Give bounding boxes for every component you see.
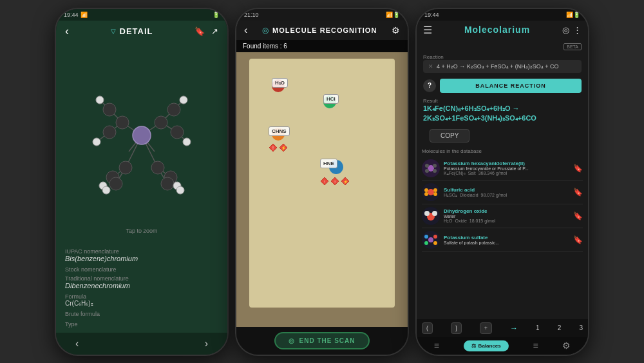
iupac-label: IUPAC nomenclature <box>65 248 218 255</box>
svg-point-54 <box>428 189 434 195</box>
svg-point-27 <box>183 138 191 146</box>
nav-settings-btn[interactable]: ⚙ <box>562 340 571 351</box>
svg-point-19 <box>155 116 167 129</box>
molecule-item-3[interactable]: Potassium sulfate Sulfate of potash pota… <box>422 228 583 252</box>
svg-point-38 <box>176 186 184 194</box>
nav-menu-btn[interactable]: ≡ <box>434 340 439 351</box>
bookmark-2[interactable]: 🔖 <box>573 211 583 221</box>
mol-name-primary-1: Sulfuric acid <box>444 187 569 193</box>
mol-type-2: Oxide <box>455 219 467 224</box>
svg-point-64 <box>433 235 437 239</box>
molecule-item-1[interactable]: Sulfuric acid H₂SO₄ Dioxiacid 98.072 g/m… <box>422 181 583 204</box>
end-scan-label: END THE SCAN <box>299 337 355 344</box>
molecule-item-0[interactable]: Potassium hexacyanidoferrate(II) Potassi… <box>422 157 583 181</box>
balance-row: ? BALANCE REACTION <box>417 76 588 95</box>
share-btn[interactable]: ↗ <box>211 26 218 36</box>
right-menu-icon[interactable]: ☰ <box>423 24 432 36</box>
balance-reaction-btn[interactable]: BALANCE REACTION <box>440 79 582 93</box>
bookmark-1[interactable]: 🔖 <box>573 188 583 197</box>
svg-point-34 <box>161 177 174 190</box>
svg-point-23 <box>171 126 184 139</box>
mol-name-secondary-0: Potassium ferrocyanide or Prussiate of P… <box>444 166 569 171</box>
mol-svg-0 <box>423 161 439 176</box>
svg-point-66 <box>433 241 437 245</box>
mol-weight-1: 98.072 g/mol <box>481 193 507 198</box>
mol-name-secondary-2: Water <box>444 214 569 219</box>
svg-point-50 <box>425 164 429 168</box>
left-bottom-nav: ‹ › <box>56 333 227 355</box>
center-icons: 📶🔋 <box>386 12 400 18</box>
svg-point-57 <box>424 192 428 196</box>
balance-nav-label: Balances <box>478 343 501 349</box>
hazard-3: ! <box>320 177 329 186</box>
reaction-input[interactable]: ✕ 4 + H₂O → K₂SO₄ + FeSO₄ + (NH₄)₂SO₄ + … <box>423 60 582 73</box>
mol-info-3: Potassium sulfate Sulfate of potash pota… <box>444 235 569 245</box>
paren-btn[interactable]: ( <box>422 322 433 334</box>
end-scan-btn[interactable]: ◎ END THE SCAN <box>274 332 369 349</box>
copy-btn[interactable]: COPY <box>430 129 469 142</box>
left-status-bar: 19:44 📶 🔋 <box>56 9 227 21</box>
molecule-3d-view[interactable]: Tap to zoom <box>56 42 227 239</box>
num1-btn[interactable]: 1 <box>536 324 540 331</box>
reaction-x-icon[interactable]: ✕ <box>428 63 433 70</box>
right-top-bar: ☰ Molecolarium ◎ ⋮ <box>417 21 588 39</box>
reaction-text: 4 + H₂O → K₂SO₄ + FeSO₄ + (NH₄)₂SO₄ + CO <box>437 63 559 70</box>
center-screen: 21:10 📶🔋 ‹ ◎ MOLECULE RECOGNITION ⚙ Foun… <box>236 9 408 355</box>
arrow-btn[interactable]: → <box>510 324 518 333</box>
bracket-btn[interactable]: ] <box>451 322 462 334</box>
help-btn[interactable]: ? <box>423 79 436 92</box>
center-back-btn[interactable]: ‹ <box>244 25 247 36</box>
mol-weight-2: 18.015 g/mol <box>469 219 495 224</box>
svg-point-62 <box>428 237 433 242</box>
mol-name-secondary-3: Sulfate of potash potassic... <box>444 240 569 245</box>
hcl-label: HCl <box>323 94 339 104</box>
mol-img-1 <box>422 183 440 201</box>
left-nav-back[interactable]: ‹ <box>75 338 79 349</box>
mol-svg-2 <box>423 208 439 224</box>
left-battery: 🔋 <box>213 12 220 18</box>
traditional-label: Traditional nomenclature <box>65 275 218 282</box>
svg-point-56 <box>433 188 437 192</box>
nav-list-btn[interactable]: ≡ <box>533 340 538 351</box>
svg-point-36 <box>102 186 110 194</box>
svg-point-26 <box>180 96 187 104</box>
phone-right: 19:44 📶🔋 ☰ Molecolarium ◎ ⋮ BETA <box>415 8 589 356</box>
right-screen: 19:44 📶🔋 ☰ Molecolarium ◎ ⋮ BETA <box>417 9 588 355</box>
nav-balances-btn[interactable]: ⚖ Balances <box>464 340 509 351</box>
left-top-bar: ‹ ▽ DETAIL 🔖 ↗ <box>56 21 227 42</box>
copy-btn-container: COPY <box>417 126 588 146</box>
bottom-toolbar: ( ] + → 1 2 3 <box>417 319 588 337</box>
scan-button-container: ◎ END THE SCAN <box>236 327 408 355</box>
mol-meta-2: H₂O Oxide 18.015 g/mol <box>444 219 569 224</box>
beta-container: BETA <box>417 39 588 51</box>
result-label: Result <box>423 98 582 104</box>
molecule-item-2[interactable]: Dihydrogen oxide Water H₂O Oxide 18.015 … <box>422 204 583 228</box>
bookmark-0[interactable]: 🔖 <box>573 164 583 173</box>
num2-btn[interactable]: 2 <box>558 324 562 331</box>
phone-center: 21:10 📶🔋 ‹ ◎ MOLECULE RECOGNITION ⚙ Foun… <box>235 8 409 356</box>
center-time: 21:10 <box>244 12 259 18</box>
svg-point-21 <box>103 126 116 139</box>
left-nav-forward[interactable]: › <box>205 338 208 349</box>
right-icons: 📶🔋 <box>566 12 580 18</box>
molecule-svg <box>77 77 206 203</box>
bookmark-3[interactable]: 🔖 <box>573 235 583 244</box>
h2o-group: H₂O <box>272 78 285 93</box>
plus-btn[interactable]: + <box>480 322 492 334</box>
num3-btn[interactable]: 3 <box>579 324 583 331</box>
left-signal-icons: 📶 <box>80 12 88 18</box>
svg-point-60 <box>424 211 430 216</box>
left-back-btn[interactable]: ‹ <box>65 25 69 38</box>
svg-point-55 <box>424 188 428 192</box>
bookmark-btn[interactable]: 🔖 <box>194 26 205 36</box>
scan-icon-right[interactable]: ◎ <box>562 25 569 35</box>
svg-point-65 <box>424 241 428 245</box>
hnf-label: HNE <box>320 159 337 168</box>
center-top-bar: ‹ ◎ MOLECULE RECOGNITION ⚙ <box>236 21 408 40</box>
more-icon[interactable]: ⋮ <box>573 25 582 35</box>
settings-icon[interactable]: ⚙ <box>392 25 400 35</box>
molecules-db: Molecules in the database Potassium <box>417 146 588 319</box>
right-status-bar: 19:44 📶🔋 <box>417 9 588 21</box>
mol-formula-2: H₂O <box>444 219 453 224</box>
svg-point-20 <box>103 103 116 116</box>
